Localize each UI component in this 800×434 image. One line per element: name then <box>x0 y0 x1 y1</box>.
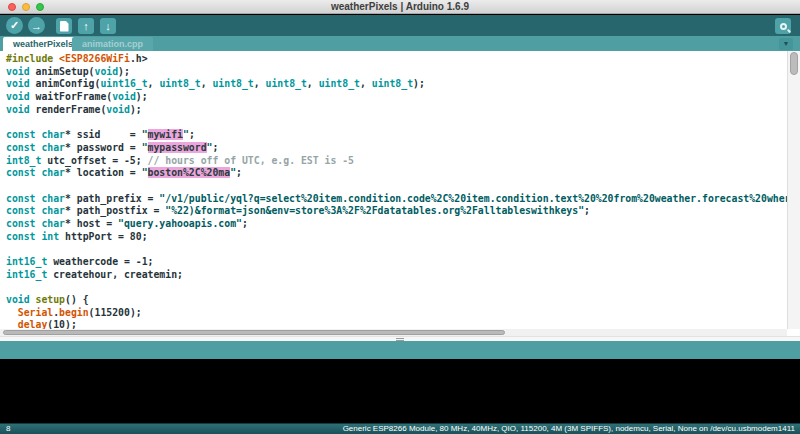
code-line: const char* location = "boston%2C%20ma"; <box>6 167 800 180</box>
document-icon <box>60 21 69 32</box>
arrow-right-icon: → <box>31 20 42 32</box>
code-line: void animSetup(void); <box>6 66 800 79</box>
code-area[interactable]: #include <ESP8266WiFi.h>void animSetup(v… <box>0 51 800 336</box>
code-line: const char* host = "query.yahooapis.com"… <box>6 218 800 231</box>
toolbar: ✓ → ↑ ↓ <box>0 15 800 36</box>
board-info: Generic ESP8266 Module, 80 MHz, 40MHz, Q… <box>343 424 795 434</box>
arrow-down-icon: ↓ <box>105 20 111 32</box>
code-line <box>6 116 800 129</box>
arrow-up-icon: ↑ <box>83 20 89 32</box>
horizontal-scrollbar-thumb[interactable] <box>3 330 505 335</box>
code-line: int8_t utc_offset = -5; // hours off of … <box>6 155 800 168</box>
window-title: weatherPixels | Arduino 1.6.9 <box>0 0 800 14</box>
code-line <box>6 281 800 294</box>
code-line: const char* password = "mypassword"; <box>6 142 800 155</box>
code-line: void animConfig(uint16_t, uint8_t, uint8… <box>6 78 800 91</box>
code-editor[interactable]: #include <ESP8266WiFi.h>void animSetup(v… <box>0 51 800 336</box>
code-line: #include <ESP8266WiFi.h> <box>6 53 800 66</box>
status-bar: 8 Generic ESP8266 Module, 80 MHz, 40MHz,… <box>0 423 800 434</box>
upload-button[interactable]: → <box>28 17 45 34</box>
vertical-scrollbar[interactable] <box>787 51 800 329</box>
minimize-button[interactable] <box>22 3 30 11</box>
serial-monitor-button[interactable] <box>775 18 791 34</box>
line-number: 8 <box>6 424 10 434</box>
save-button[interactable]: ↓ <box>100 18 116 34</box>
magnifier-icon <box>780 23 787 30</box>
tab-bar: weatherPixels § animation.cpp ▼ <box>0 36 800 51</box>
code-line: int16_t weathercode = -1; <box>6 256 800 269</box>
console-output <box>0 359 800 423</box>
tab-menu-button[interactable]: ▼ <box>779 38 793 50</box>
chevron-down-icon: ▼ <box>783 40 790 47</box>
arduino-ide-window: weatherPixels | Arduino 1.6.9 ✓ → ↑ ↓ we… <box>0 0 800 434</box>
tab-animation-cpp[interactable]: animation.cpp <box>72 37 153 51</box>
code-line: const char* path_postfix = "%22)&format=… <box>6 205 800 218</box>
new-sketch-button[interactable] <box>56 18 72 34</box>
close-button[interactable] <box>8 3 16 11</box>
code-line: int16_t createhour, createmin; <box>6 269 800 282</box>
check-icon: ✓ <box>10 19 19 32</box>
code-line <box>6 180 800 193</box>
code-line: void waitForFrame(void); <box>6 91 800 104</box>
window-controls <box>8 3 44 11</box>
open-button[interactable]: ↑ <box>78 18 94 34</box>
horizontal-scrollbar[interactable] <box>0 329 787 336</box>
code-line: Serial.begin(115200); <box>6 307 800 320</box>
code-line: void setup() { <box>6 294 800 307</box>
code-line: const char* ssid = "mywifi"; <box>6 129 800 142</box>
vertical-scrollbar-thumb[interactable] <box>790 52 798 75</box>
code-line: void renderFrame(void); <box>6 104 800 117</box>
console-header <box>0 341 800 359</box>
code-line: const int httpPort = 80; <box>6 231 800 244</box>
zoom-button[interactable] <box>36 3 44 11</box>
code-line: const char* path_prefix = "/v1/public/yq… <box>6 193 800 206</box>
verify-button[interactable]: ✓ <box>6 17 23 34</box>
code-line <box>6 243 800 256</box>
title-bar: weatherPixels | Arduino 1.6.9 <box>0 0 800 14</box>
